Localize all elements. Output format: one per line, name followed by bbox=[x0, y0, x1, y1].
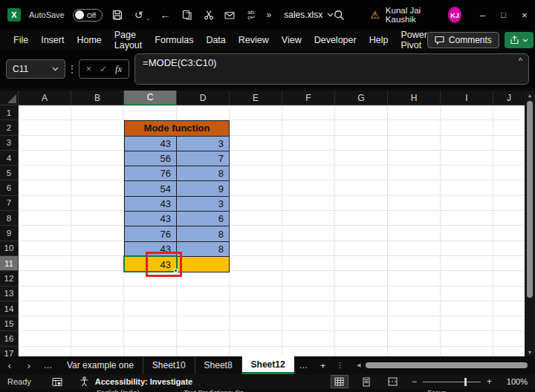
user-name[interactable]: Kunal Jai Kaushik bbox=[386, 6, 442, 24]
warning-icon[interactable]: ⚠ bbox=[370, 9, 380, 21]
row-header-2[interactable]: 2 bbox=[0, 120, 18, 135]
zoom-level[interactable]: 100% bbox=[502, 377, 528, 386]
excel-app-icon[interactable]: X bbox=[7, 8, 21, 22]
cell-d8[interactable]: 6 bbox=[177, 212, 229, 226]
scroll-left-icon[interactable]: ◀ bbox=[354, 356, 364, 374]
cell-c11-result[interactable]: 43 bbox=[125, 257, 177, 272]
vertical-scroll-thumb[interactable] bbox=[527, 101, 533, 298]
tab-developer[interactable]: Developer bbox=[314, 35, 357, 45]
row-header-14[interactable]: 14 bbox=[0, 301, 18, 316]
cell-c6[interactable]: 54 bbox=[125, 181, 177, 195]
row-header-5[interactable]: 5 bbox=[0, 166, 18, 180]
row-header-3[interactable]: 3 bbox=[0, 136, 18, 151]
sheet-tab-sheet8[interactable]: Sheet8 bbox=[195, 356, 242, 374]
add-sheet-icon[interactable]: + bbox=[314, 360, 333, 371]
back-arrow-icon[interactable]: ← bbox=[159, 8, 172, 22]
comments-button[interactable]: Comments bbox=[427, 32, 499, 48]
page-layout-view-icon[interactable] bbox=[358, 376, 374, 388]
undo-button[interactable]: ↺ ⌄ bbox=[132, 8, 151, 22]
share-button[interactable] bbox=[505, 32, 534, 48]
previous-sheet-icon[interactable]: ‹ bbox=[0, 360, 19, 371]
cell-c4[interactable]: 56 bbox=[125, 151, 177, 166]
row-header-8[interactable]: 8 bbox=[0, 211, 18, 226]
column-header-b[interactable]: B bbox=[71, 91, 124, 105]
column-header-i[interactable]: I bbox=[441, 91, 493, 105]
tab-home[interactable]: Home bbox=[77, 35, 101, 45]
zoom-out-icon[interactable]: − bbox=[412, 376, 417, 387]
search-icon[interactable] bbox=[334, 8, 345, 22]
tab-data[interactable]: Data bbox=[206, 35, 225, 45]
cell-c5[interactable]: 76 bbox=[125, 166, 177, 180]
cell-c8[interactable]: 43 bbox=[125, 212, 177, 226]
accessibility-icon[interactable] bbox=[80, 376, 89, 387]
row-header-4[interactable]: 4 bbox=[0, 151, 18, 166]
sheet-tab-var-example-one[interactable]: Var example one bbox=[58, 356, 143, 374]
all-sheets-icon[interactable]: … bbox=[39, 360, 58, 370]
cell-d9[interactable]: 8 bbox=[177, 226, 229, 241]
fill-handle[interactable] bbox=[174, 269, 178, 272]
row-header-17[interactable]: 17 bbox=[0, 347, 18, 356]
page-break-view-icon[interactable] bbox=[385, 376, 401, 388]
horizontal-scrollbar[interactable]: ◀ ▶ bbox=[354, 356, 531, 374]
cell-d5[interactable]: 8 bbox=[177, 166, 229, 180]
accessibility-status[interactable]: Accessibility: Investigate bbox=[95, 377, 192, 386]
cell-c10[interactable]: 43 bbox=[125, 242, 177, 256]
column-header-e[interactable]: E bbox=[230, 91, 282, 105]
select-all-corner[interactable] bbox=[0, 91, 19, 105]
cancel-icon[interactable]: × bbox=[86, 64, 91, 74]
column-header-a[interactable]: A bbox=[19, 91, 71, 105]
row-header-15[interactable]: 15 bbox=[0, 316, 18, 331]
copy-icon[interactable] bbox=[181, 8, 194, 22]
column-header-j[interactable]: J bbox=[493, 91, 525, 105]
close-button[interactable]: × bbox=[514, 0, 535, 30]
undo-dropdown-icon[interactable]: ⌄ bbox=[146, 16, 151, 22]
autosave-toggle[interactable]: Off bbox=[73, 9, 103, 22]
tab-formulas[interactable]: Formulas bbox=[155, 35, 193, 45]
sheet-options-kebab-icon[interactable]: … bbox=[337, 356, 346, 374]
document-title[interactable]: sales.xlsx bbox=[284, 10, 334, 20]
formula-input[interactable]: =MODE(C3:C10) ^ bbox=[134, 53, 529, 85]
cell-c7[interactable]: 43 bbox=[125, 197, 177, 211]
sheet-cells[interactable]: Mode function 433 567 768 549 433 436 bbox=[19, 105, 525, 356]
column-header-g[interactable]: G bbox=[335, 91, 388, 105]
zoom-slider[interactable] bbox=[423, 382, 481, 382]
cell-c3[interactable]: 43 bbox=[125, 137, 177, 151]
insert-function-icon[interactable]: fx bbox=[115, 64, 122, 75]
tab-view[interactable]: View bbox=[282, 35, 302, 45]
cell-d3[interactable]: 3 bbox=[177, 137, 229, 151]
more-commands-icon[interactable]: » bbox=[267, 10, 271, 20]
next-sheet-icon[interactable]: › bbox=[19, 360, 39, 371]
sheet-tab-sheet12-active[interactable]: Sheet12 bbox=[242, 356, 294, 374]
maximize-button[interactable]: □ bbox=[493, 0, 513, 30]
cut-icon[interactable] bbox=[202, 8, 215, 22]
name-box[interactable]: C11 bbox=[6, 59, 65, 79]
find-replace-icon[interactable]: abc↵ bbox=[245, 8, 259, 22]
sheet-tab-sheet10[interactable]: Sheet10 bbox=[143, 356, 195, 374]
cell-d6[interactable]: 9 bbox=[177, 181, 229, 195]
column-header-d[interactable]: D bbox=[177, 91, 230, 105]
tab-power-pivot[interactable]: Power Pivot bbox=[401, 30, 427, 50]
scroll-right-icon[interactable]: ▶ bbox=[514, 356, 525, 374]
horizontal-scroll-thumb[interactable] bbox=[366, 362, 528, 368]
zoom-in-icon[interactable]: + bbox=[487, 376, 492, 387]
column-header-f[interactable]: F bbox=[282, 91, 335, 105]
tab-insert[interactable]: Insert bbox=[41, 35, 64, 45]
cell-d11[interactable] bbox=[177, 257, 229, 272]
cell-d7[interactable]: 3 bbox=[177, 197, 229, 211]
row-header-10[interactable]: 10 bbox=[0, 241, 18, 256]
minimize-button[interactable]: – bbox=[472, 0, 493, 30]
row-header-7[interactable]: 7 bbox=[0, 196, 18, 211]
collapse-formula-bar-icon[interactable]: ^ bbox=[519, 56, 522, 65]
row-header-6[interactable]: 6 bbox=[0, 180, 18, 195]
column-header-c[interactable]: C bbox=[124, 91, 177, 105]
tab-review[interactable]: Review bbox=[239, 35, 269, 45]
macro-record-icon[interactable] bbox=[52, 377, 63, 387]
more-sheets-icon[interactable]: … bbox=[294, 360, 314, 370]
enter-icon[interactable]: ✓ bbox=[100, 64, 107, 74]
save-icon[interactable] bbox=[111, 8, 124, 22]
cell-d10[interactable]: 8 bbox=[177, 242, 229, 256]
tab-help[interactable]: Help bbox=[369, 35, 389, 45]
row-header-1[interactable]: 1 bbox=[0, 105, 18, 120]
cell-d4[interactable]: 7 bbox=[177, 151, 229, 166]
tab-page-layout[interactable]: Page Layout bbox=[114, 30, 143, 50]
